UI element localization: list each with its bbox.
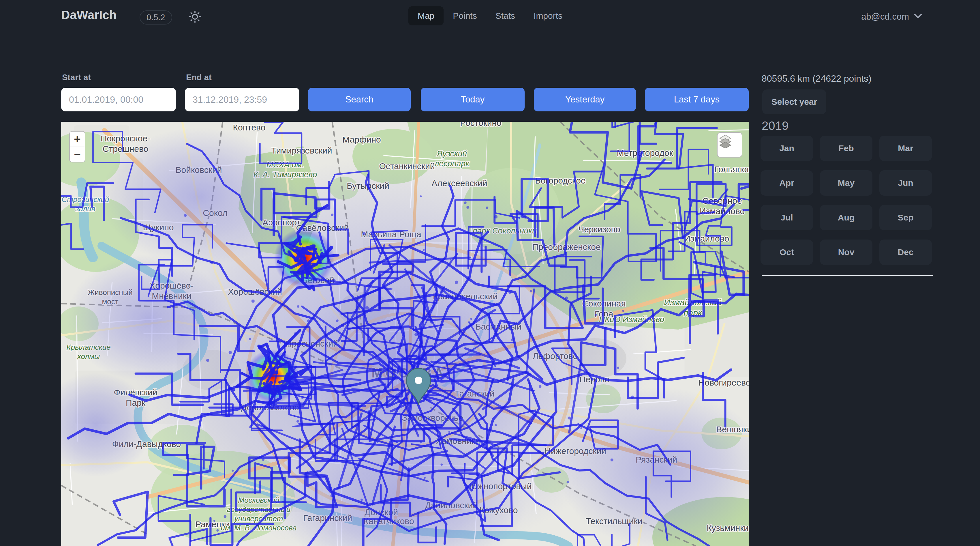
end-at-label: End at bbox=[186, 73, 212, 82]
version-badge: 0.5.2 bbox=[140, 10, 172, 24]
month-button-apr[interactable]: Apr bbox=[760, 170, 813, 196]
main-nav: MapPointsStatsImports bbox=[408, 6, 572, 26]
theme-toggle[interactable] bbox=[187, 9, 203, 26]
zoom-in-button[interactable]: + bbox=[70, 132, 85, 147]
tab-points[interactable]: Points bbox=[444, 6, 486, 26]
month-button-jul[interactable]: Jul bbox=[760, 205, 813, 230]
map-label: Метрогородок bbox=[617, 148, 673, 158]
month-button-dec[interactable]: Dec bbox=[879, 239, 932, 265]
today-button[interactable]: Today bbox=[421, 88, 525, 112]
month-button-mar[interactable]: Mar bbox=[879, 136, 932, 161]
month-button-aug[interactable]: Aug bbox=[820, 205, 872, 230]
year-heading: 2019 bbox=[762, 119, 789, 133]
start-at-label: Start at bbox=[62, 73, 91, 82]
month-button-may[interactable]: May bbox=[820, 170, 872, 196]
month-button-jun[interactable]: Jun bbox=[879, 170, 932, 196]
month-grid: JanFebMarAprMayJunJulAugSepOctNovDec bbox=[760, 136, 932, 265]
month-button-jan[interactable]: Jan bbox=[760, 136, 813, 161]
layers-control[interactable] bbox=[717, 132, 742, 158]
month-button-oct[interactable]: Oct bbox=[760, 239, 813, 265]
app-logo: DaWarIch bbox=[61, 8, 116, 22]
sun-icon bbox=[188, 10, 202, 25]
last-7-days-button[interactable]: Last 7 days bbox=[645, 88, 749, 112]
end-at-input[interactable] bbox=[185, 88, 299, 112]
select-year-button[interactable]: Select year bbox=[762, 89, 826, 114]
month-button-feb[interactable]: Feb bbox=[820, 136, 872, 161]
map-label: Новогиреево bbox=[698, 378, 749, 387]
map-label: Богородское bbox=[535, 176, 585, 185]
distance-summary: 80595.6 km (24622 points) bbox=[762, 73, 872, 84]
zoom-control: + − bbox=[69, 131, 85, 163]
panel-divider bbox=[762, 275, 933, 276]
chevron-down-icon bbox=[914, 13, 922, 20]
tab-stats[interactable]: Stats bbox=[486, 6, 524, 26]
map-label: Гольяново bbox=[714, 164, 749, 174]
search-button[interactable]: Search bbox=[308, 88, 411, 112]
month-button-sep[interactable]: Sep bbox=[879, 205, 932, 230]
map-label: Ростокино bbox=[460, 122, 501, 128]
tab-map[interactable]: Map bbox=[408, 6, 444, 26]
map-label: Марфино bbox=[342, 135, 381, 144]
tab-imports[interactable]: Imports bbox=[524, 6, 572, 26]
start-at-input[interactable] bbox=[61, 88, 176, 112]
zoom-out-button[interactable]: − bbox=[70, 147, 85, 162]
map[interactable]: РостокиноКоптевоПокровское-СтрешневоТими… bbox=[61, 122, 749, 546]
user-menu[interactable]: ab@cd.com bbox=[861, 11, 922, 22]
yesterday-button[interactable]: Yesterday bbox=[534, 88, 636, 112]
map-label: Коптево bbox=[233, 123, 266, 132]
user-email: ab@cd.com bbox=[861, 11, 909, 22]
month-button-nov[interactable]: Nov bbox=[820, 239, 872, 265]
